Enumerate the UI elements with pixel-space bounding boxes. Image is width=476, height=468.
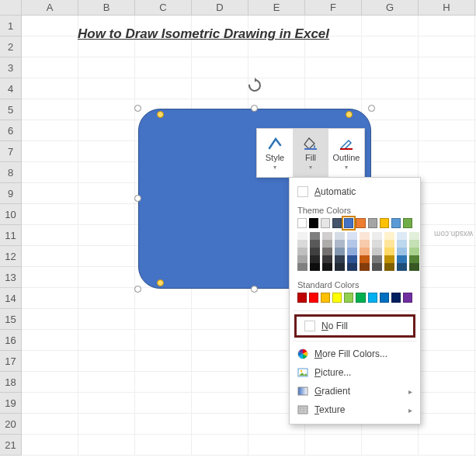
color-swatch[interactable] xyxy=(335,240,345,248)
color-swatch[interactable] xyxy=(397,248,407,255)
col-header[interactable]: H xyxy=(419,0,475,15)
fill-button[interactable]: Fill ▾ xyxy=(293,129,328,177)
adjust-handle[interactable] xyxy=(157,279,164,286)
color-swatch[interactable] xyxy=(372,232,382,240)
color-swatch[interactable] xyxy=(309,293,318,303)
color-swatch[interactable] xyxy=(403,293,412,303)
color-swatch[interactable] xyxy=(372,255,382,263)
color-swatch[interactable] xyxy=(372,263,382,271)
picture-item[interactable]: Picture... xyxy=(290,363,420,382)
row-header[interactable]: 13 xyxy=(0,267,22,288)
row-header[interactable]: 21 xyxy=(0,435,22,456)
adjust-handle[interactable] xyxy=(346,111,353,118)
color-swatch[interactable] xyxy=(310,263,320,271)
color-swatch[interactable] xyxy=(403,218,412,228)
color-swatch[interactable] xyxy=(397,263,407,271)
color-swatch[interactable] xyxy=(297,240,307,248)
gradient-item[interactable]: Gradient ▸ xyxy=(290,382,420,400)
row-header[interactable]: 15 xyxy=(0,309,22,330)
color-swatch[interactable] xyxy=(297,293,307,303)
row-header[interactable]: 8 xyxy=(0,162,22,183)
color-swatch[interactable] xyxy=(322,248,332,255)
row-header[interactable]: 20 xyxy=(0,414,22,435)
color-swatch[interactable] xyxy=(384,248,394,255)
color-swatch[interactable] xyxy=(297,263,307,271)
color-swatch[interactable] xyxy=(347,263,357,271)
color-swatch[interactable] xyxy=(380,218,389,228)
color-swatch[interactable] xyxy=(409,263,419,271)
col-header[interactable]: F xyxy=(305,0,362,15)
row-header[interactable]: 14 xyxy=(0,288,22,309)
color-swatch[interactable] xyxy=(360,255,370,263)
color-swatch[interactable] xyxy=(391,218,401,228)
resize-handle[interactable] xyxy=(134,195,141,202)
style-button[interactable]: Style ▾ xyxy=(257,129,293,177)
color-swatch[interactable] xyxy=(322,263,332,271)
row-header[interactable]: 1 xyxy=(0,16,22,36)
color-swatch[interactable] xyxy=(322,232,332,240)
color-swatch[interactable] xyxy=(347,255,357,263)
color-swatch[interactable] xyxy=(409,248,419,255)
color-swatch[interactable] xyxy=(360,240,370,248)
color-swatch[interactable] xyxy=(297,232,307,240)
color-swatch[interactable] xyxy=(335,232,345,240)
row-header[interactable]: 18 xyxy=(0,372,22,393)
color-swatch[interactable] xyxy=(344,293,353,303)
col-header[interactable]: C xyxy=(135,0,192,15)
row-header[interactable]: 9 xyxy=(0,183,22,204)
row-header[interactable]: 5 xyxy=(0,99,22,120)
row-header[interactable]: 11 xyxy=(0,225,22,246)
color-swatch[interactable] xyxy=(332,293,342,303)
color-swatch[interactable] xyxy=(372,240,382,248)
col-header[interactable]: E xyxy=(248,0,305,15)
color-swatch[interactable] xyxy=(297,255,307,263)
color-swatch[interactable] xyxy=(368,218,377,228)
color-swatch[interactable] xyxy=(384,255,394,263)
color-swatch[interactable] xyxy=(347,240,357,248)
color-swatch[interactable] xyxy=(360,232,370,240)
color-swatch[interactable] xyxy=(409,232,419,240)
row-header[interactable]: 3 xyxy=(0,57,22,78)
color-swatch[interactable] xyxy=(347,232,357,240)
color-swatch[interactable] xyxy=(322,255,332,263)
color-swatch[interactable] xyxy=(322,240,332,248)
more-colors-item[interactable]: More Fill Colors... xyxy=(290,345,420,363)
row-header[interactable]: 16 xyxy=(0,330,22,351)
color-swatch[interactable] xyxy=(335,263,345,271)
row-header[interactable]: 7 xyxy=(0,141,22,162)
color-swatch[interactable] xyxy=(397,240,407,248)
resize-handle[interactable] xyxy=(251,286,258,293)
color-swatch[interactable] xyxy=(409,255,419,263)
resize-handle[interactable] xyxy=(134,286,141,293)
row-header[interactable]: 4 xyxy=(0,78,22,99)
row-header[interactable]: 6 xyxy=(0,120,22,141)
resize-handle[interactable] xyxy=(134,105,141,112)
color-swatch[interactable] xyxy=(356,218,365,228)
col-header[interactable]: D xyxy=(192,0,248,15)
color-swatch[interactable] xyxy=(332,218,342,228)
color-swatch[interactable] xyxy=(347,248,357,255)
color-swatch[interactable] xyxy=(384,232,394,240)
color-swatch[interactable] xyxy=(297,218,307,228)
no-fill-item[interactable]: No Fill xyxy=(297,317,413,335)
adjust-handle[interactable] xyxy=(157,111,164,118)
col-header[interactable]: B xyxy=(78,0,135,15)
color-swatch[interactable] xyxy=(360,263,370,271)
color-swatch[interactable] xyxy=(391,293,401,303)
row-header[interactable]: 17 xyxy=(0,351,22,372)
color-swatch[interactable] xyxy=(344,218,353,228)
outline-button[interactable]: Outline ▾ xyxy=(328,129,364,177)
color-swatch[interactable] xyxy=(360,248,370,255)
rotate-handle-icon[interactable] xyxy=(247,78,262,93)
col-header[interactable]: A xyxy=(22,0,78,15)
color-swatch[interactable] xyxy=(310,248,320,255)
color-swatch[interactable] xyxy=(397,232,407,240)
color-swatch[interactable] xyxy=(310,240,320,248)
color-swatch[interactable] xyxy=(309,218,318,228)
color-swatch[interactable] xyxy=(321,218,330,228)
color-swatch[interactable] xyxy=(384,263,394,271)
color-swatch[interactable] xyxy=(409,240,419,248)
row-header[interactable]: 12 xyxy=(0,246,22,267)
color-swatch[interactable] xyxy=(384,240,394,248)
row-header[interactable]: 2 xyxy=(0,36,22,57)
